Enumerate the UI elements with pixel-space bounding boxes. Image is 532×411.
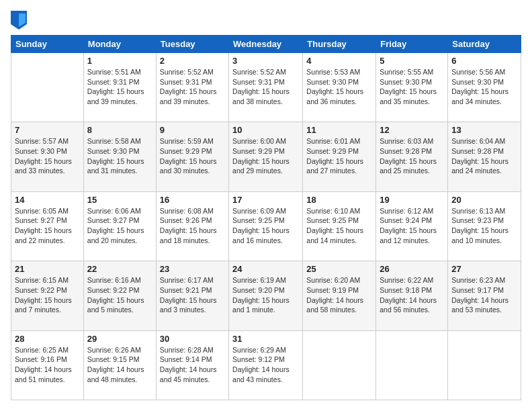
day-header-tuesday: Tuesday [156,36,228,53]
calendar-cell: 14Sunrise: 6:05 AM Sunset: 9:27 PM Dayli… [11,191,84,261]
calendar-cell: 22Sunrise: 6:16 AM Sunset: 9:22 PM Dayli… [83,261,156,330]
day-number: 11 [306,125,372,135]
week-row-3: 21Sunrise: 6:15 AM Sunset: 9:22 PM Dayli… [11,261,521,330]
calendar-cell: 26Sunrise: 6:22 AM Sunset: 9:18 PM Dayli… [376,261,448,330]
day-info: Sunrise: 5:58 AM Sunset: 9:30 PM Dayligh… [87,136,152,176]
calendar-header: SundayMondayTuesdayWednesdayThursdayFrid… [11,36,521,53]
day-info: Sunrise: 6:20 AM Sunset: 9:19 PM Dayligh… [306,275,372,315]
day-header-saturday: Saturday [448,36,521,53]
day-header-thursday: Thursday [303,36,376,53]
day-number: 1 [87,56,152,66]
day-number: 9 [160,125,225,135]
day-info: Sunrise: 6:10 AM Sunset: 9:25 PM Dayligh… [306,206,372,246]
calendar-cell: 10Sunrise: 6:00 AM Sunset: 9:29 PM Dayli… [229,122,303,191]
day-number: 6 [451,56,517,66]
calendar-cell: 29Sunrise: 6:26 AM Sunset: 9:15 PM Dayli… [83,330,156,400]
calendar-cell [11,53,84,122]
day-number: 16 [160,195,225,205]
calendar-cell: 31Sunrise: 6:29 AM Sunset: 9:12 PM Dayli… [229,330,303,400]
day-info: Sunrise: 6:08 AM Sunset: 9:26 PM Dayligh… [160,206,225,246]
day-info: Sunrise: 6:12 AM Sunset: 9:24 PM Dayligh… [380,206,444,246]
day-number: 3 [232,56,299,66]
calendar-cell: 16Sunrise: 6:08 AM Sunset: 9:26 PM Dayli… [156,191,228,261]
header [11,11,521,30]
day-number: 5 [380,56,444,66]
day-info: Sunrise: 5:56 AM Sunset: 9:30 PM Dayligh… [451,67,517,107]
calendar-cell [376,330,448,400]
calendar-cell: 6Sunrise: 5:56 AM Sunset: 9:30 PM Daylig… [448,53,521,122]
day-number: 28 [15,334,80,344]
header-row: SundayMondayTuesdayWednesdayThursdayFrid… [11,36,521,53]
calendar-cell: 24Sunrise: 6:19 AM Sunset: 9:20 PM Dayli… [229,261,303,330]
calendar-cell: 1Sunrise: 5:51 AM Sunset: 9:31 PM Daylig… [83,53,156,122]
day-number: 20 [451,195,517,205]
page: SundayMondayTuesdayWednesdayThursdayFrid… [0,0,532,411]
day-info: Sunrise: 6:01 AM Sunset: 9:29 PM Dayligh… [306,136,372,176]
day-number: 22 [87,264,152,274]
day-info: Sunrise: 6:19 AM Sunset: 9:20 PM Dayligh… [232,275,299,315]
day-info: Sunrise: 6:17 AM Sunset: 9:21 PM Dayligh… [160,275,225,315]
calendar-cell: 20Sunrise: 6:13 AM Sunset: 9:23 PM Dayli… [448,191,521,261]
day-number: 8 [87,125,152,135]
day-info: Sunrise: 5:51 AM Sunset: 9:31 PM Dayligh… [87,67,152,107]
logo-icon [11,11,27,30]
day-header-monday: Monday [83,36,156,53]
day-info: Sunrise: 6:04 AM Sunset: 9:28 PM Dayligh… [451,136,517,176]
calendar-body: 1Sunrise: 5:51 AM Sunset: 9:31 PM Daylig… [11,53,521,400]
day-info: Sunrise: 6:15 AM Sunset: 9:22 PM Dayligh… [15,275,80,315]
day-info: Sunrise: 5:52 AM Sunset: 9:31 PM Dayligh… [232,67,299,107]
calendar-cell: 7Sunrise: 5:57 AM Sunset: 9:30 PM Daylig… [11,122,84,191]
day-info: Sunrise: 5:57 AM Sunset: 9:30 PM Dayligh… [15,136,80,176]
day-number: 2 [160,56,225,66]
day-number: 15 [87,195,152,205]
day-info: Sunrise: 5:52 AM Sunset: 9:31 PM Dayligh… [160,67,225,107]
week-row-2: 14Sunrise: 6:05 AM Sunset: 9:27 PM Dayli… [11,191,521,261]
calendar-cell: 12Sunrise: 6:03 AM Sunset: 9:28 PM Dayli… [376,122,448,191]
day-number: 12 [380,125,444,135]
day-info: Sunrise: 6:05 AM Sunset: 9:27 PM Dayligh… [15,206,80,246]
calendar-cell: 2Sunrise: 5:52 AM Sunset: 9:31 PM Daylig… [156,53,228,122]
week-row-0: 1Sunrise: 5:51 AM Sunset: 9:31 PM Daylig… [11,53,521,122]
calendar-cell: 18Sunrise: 6:10 AM Sunset: 9:25 PM Dayli… [303,191,376,261]
logo [11,11,30,30]
day-info: Sunrise: 6:06 AM Sunset: 9:27 PM Dayligh… [87,206,152,246]
calendar-cell: 17Sunrise: 6:09 AM Sunset: 9:25 PM Dayli… [229,191,303,261]
day-info: Sunrise: 6:16 AM Sunset: 9:22 PM Dayligh… [87,275,152,315]
day-info: Sunrise: 6:13 AM Sunset: 9:23 PM Dayligh… [451,206,517,246]
calendar-cell: 13Sunrise: 6:04 AM Sunset: 9:28 PM Dayli… [448,122,521,191]
day-number: 27 [451,264,517,274]
day-number: 26 [380,264,444,274]
day-number: 4 [306,56,372,66]
day-number: 31 [232,334,299,344]
day-header-sunday: Sunday [11,36,84,53]
day-info: Sunrise: 6:03 AM Sunset: 9:28 PM Dayligh… [380,136,444,176]
day-info: Sunrise: 6:09 AM Sunset: 9:25 PM Dayligh… [232,206,299,246]
day-info: Sunrise: 6:28 AM Sunset: 9:14 PM Dayligh… [160,345,225,385]
day-number: 10 [232,125,299,135]
day-number: 25 [306,264,372,274]
day-info: Sunrise: 6:22 AM Sunset: 9:18 PM Dayligh… [380,275,444,315]
day-info: Sunrise: 6:00 AM Sunset: 9:29 PM Dayligh… [232,136,299,176]
day-number: 24 [232,264,299,274]
day-number: 19 [380,195,444,205]
day-number: 17 [232,195,299,205]
day-info: Sunrise: 6:29 AM Sunset: 9:12 PM Dayligh… [232,345,299,385]
calendar-cell [448,330,521,400]
calendar-cell: 30Sunrise: 6:28 AM Sunset: 9:14 PM Dayli… [156,330,228,400]
calendar-cell: 19Sunrise: 6:12 AM Sunset: 9:24 PM Dayli… [376,191,448,261]
day-number: 29 [87,334,152,344]
day-number: 23 [160,264,225,274]
day-info: Sunrise: 5:53 AM Sunset: 9:30 PM Dayligh… [306,67,372,107]
day-info: Sunrise: 6:23 AM Sunset: 9:17 PM Dayligh… [451,275,517,315]
calendar-cell: 21Sunrise: 6:15 AM Sunset: 9:22 PM Dayli… [11,261,84,330]
day-info: Sunrise: 5:59 AM Sunset: 9:29 PM Dayligh… [160,136,225,176]
calendar-cell: 15Sunrise: 6:06 AM Sunset: 9:27 PM Dayli… [83,191,156,261]
day-number: 21 [15,264,80,274]
calendar-cell [303,330,376,400]
day-number: 30 [160,334,225,344]
day-info: Sunrise: 6:26 AM Sunset: 9:15 PM Dayligh… [87,345,152,385]
calendar-cell: 23Sunrise: 6:17 AM Sunset: 9:21 PM Dayli… [156,261,228,330]
calendar-cell: 25Sunrise: 6:20 AM Sunset: 9:19 PM Dayli… [303,261,376,330]
calendar-cell: 11Sunrise: 6:01 AM Sunset: 9:29 PM Dayli… [303,122,376,191]
day-info: Sunrise: 5:55 AM Sunset: 9:30 PM Dayligh… [380,67,444,107]
